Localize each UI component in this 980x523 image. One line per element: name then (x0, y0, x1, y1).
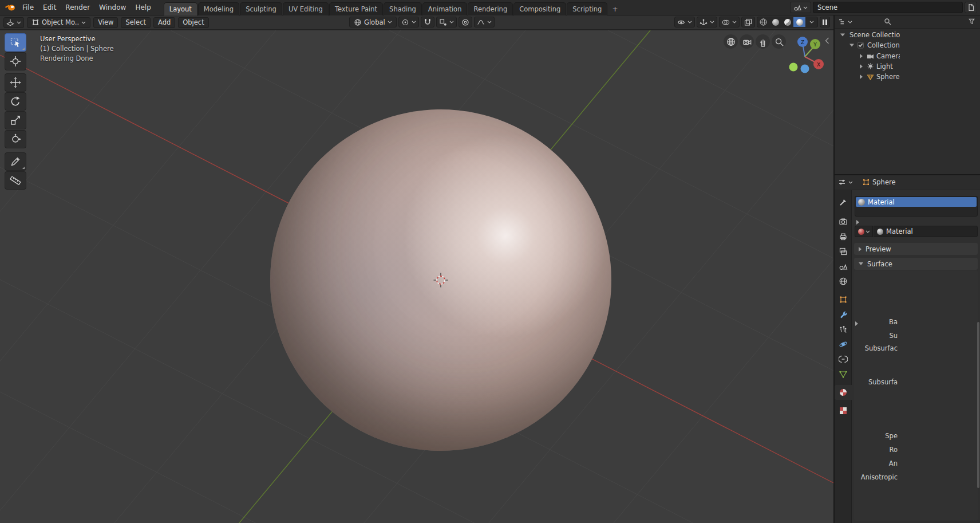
add-menu[interactable]: Add (153, 17, 175, 28)
browse-material-dropdown[interactable] (855, 226, 873, 237)
proportional-editing-toggle[interactable] (459, 17, 472, 27)
scene-browse-dropdown[interactable] (790, 2, 811, 13)
object-types-visibility-dropdown[interactable] (674, 17, 695, 27)
properties-tab-scene[interactable] (835, 259, 852, 274)
menu-window[interactable]: Window (94, 0, 131, 15)
outliner-search-button[interactable] (884, 18, 891, 25)
workspace-tab-sculpting[interactable]: Sculpting (240, 2, 282, 15)
property-label-specular: Spe (852, 431, 898, 441)
shading-solid-button[interactable] (769, 17, 781, 27)
tool-cursor[interactable] (5, 52, 26, 70)
snap-toggle-button[interactable] (421, 17, 434, 27)
disclosure-triangle-icon[interactable] (860, 74, 863, 79)
tool-move[interactable] (5, 73, 26, 92)
outliner-item-scene-collection[interactable]: Scene Collection (835, 30, 900, 40)
properties-tab-view-layer[interactable] (835, 244, 852, 259)
properties-tab-render[interactable] (835, 214, 852, 229)
surface-panel-label: Surface (867, 260, 892, 268)
workspace-tab-compositing[interactable]: Compositing (513, 2, 566, 15)
properties-tab-object-data[interactable] (835, 367, 852, 382)
3d-viewport[interactable]: User Perspective (1) Collection | Sphere… (0, 30, 833, 523)
workspace-tab-rendering[interactable]: Rendering (468, 2, 513, 15)
disclosure-triangle-icon[interactable] (860, 54, 863, 58)
menu-file[interactable]: File (18, 0, 38, 15)
menu-edit[interactable]: Edit (38, 0, 61, 15)
material-slot-row[interactable]: Material (856, 197, 977, 207)
pivot-point-dropdown[interactable] (398, 17, 419, 27)
shading-settings-dropdown[interactable] (805, 17, 817, 27)
menu-render[interactable]: Render (61, 0, 94, 15)
pause-render-button[interactable] (820, 17, 830, 27)
tool-measure[interactable] (5, 171, 26, 190)
workspace-tab-modeling[interactable]: Modeling (198, 2, 239, 15)
camera-view-button[interactable] (740, 34, 754, 49)
editor-type-dropdown[interactable] (3, 17, 24, 28)
workspace-tab-shading[interactable]: Shading (384, 2, 422, 15)
tool-annotate[interactable] (5, 152, 26, 171)
tool-scale[interactable] (5, 111, 26, 129)
new-scene-button[interactable] (965, 2, 977, 13)
properties-editor-dropdown[interactable] (838, 178, 853, 186)
view-menu[interactable]: View (93, 17, 118, 28)
transform-orientation-dropdown[interactable]: Global (349, 17, 397, 27)
properties-body: Material Material (835, 190, 980, 523)
outliner-editor-dropdown[interactable] (838, 18, 852, 26)
gizmo-z-negative-axis[interactable] (801, 65, 809, 73)
material-name-field[interactable]: Material (874, 226, 978, 237)
pan-view-button[interactable] (756, 34, 770, 49)
properties-tab-physics[interactable] (835, 337, 852, 352)
properties-tab-particles[interactable] (835, 322, 852, 337)
object-menu[interactable]: Object (178, 17, 208, 28)
blender-logo-icon[interactable] (5, 3, 16, 12)
overlays-dropdown[interactable] (719, 17, 740, 27)
outliner-item-light[interactable]: Light (835, 61, 900, 72)
material-slot-expander[interactable] (856, 218, 859, 226)
xray-toggle-button[interactable] (741, 17, 755, 27)
disclosure-triangle-icon[interactable] (840, 34, 845, 37)
gizmo-y-negative-axis[interactable] (789, 63, 798, 72)
preview-panel-header[interactable]: Preview (854, 243, 978, 255)
properties-tab-tool[interactable] (835, 195, 852, 210)
surface-panel-header[interactable]: Surface (854, 258, 978, 270)
select-menu[interactable]: Select (121, 17, 150, 28)
properties-scrollbar[interactable] (977, 322, 979, 488)
outliner-panel: Scene Collection Collection Camera (835, 15, 980, 174)
outliner-filter-button[interactable] (968, 18, 975, 25)
outliner-item-collection[interactable]: Collection (835, 40, 900, 50)
snap-settings-dropdown[interactable] (436, 17, 457, 27)
sidebar-collapse-arrow[interactable] (825, 37, 829, 44)
properties-tab-output[interactable] (835, 229, 852, 244)
shading-material-button[interactable] (781, 17, 793, 27)
workspace-tab-scripting[interactable]: Scripting (567, 2, 607, 15)
collection-checkbox[interactable] (858, 42, 864, 49)
properties-tab-object[interactable] (835, 292, 852, 307)
workspace-tab-uv-editing[interactable]: UV Editing (283, 2, 329, 15)
properties-tab-world[interactable] (835, 274, 852, 289)
gizmos-dropdown[interactable] (697, 17, 717, 27)
mode-dropdown[interactable]: Object Mo.. (27, 17, 90, 28)
shading-rendered-button[interactable] (793, 17, 805, 27)
outliner-item-sphere[interactable]: Sphere (835, 72, 900, 82)
properties-tab-constraints[interactable] (835, 352, 852, 367)
add-workspace-tab-button[interactable]: + (608, 3, 622, 15)
tool-transform[interactable] (5, 130, 26, 148)
workspace-tab-animation[interactable]: Animation (422, 2, 468, 15)
workspace-tab-layout[interactable]: Layout (164, 2, 197, 15)
outliner-item-camera[interactable]: Camera (835, 51, 900, 61)
material-browse-icon (858, 229, 864, 235)
menu-help[interactable]: Help (131, 0, 155, 15)
workspace-tab-texture-paint[interactable]: Texture Paint (329, 2, 383, 15)
tool-select-box[interactable] (5, 33, 26, 52)
scale-icon (10, 115, 21, 126)
properties-tab-material[interactable] (835, 385, 852, 400)
scene-name-field[interactable]: Scene (813, 2, 963, 13)
shading-wireframe-button[interactable] (757, 17, 769, 27)
navigation-gizmo[interactable]: Z Y X (782, 32, 827, 74)
disclosure-triangle-icon[interactable] (849, 44, 854, 47)
tool-rotate[interactable] (5, 92, 26, 111)
toggle-perspective-button[interactable] (724, 34, 738, 49)
disclosure-triangle-icon[interactable] (860, 64, 863, 69)
properties-tab-texture[interactable] (835, 403, 852, 418)
properties-tab-modifiers[interactable] (835, 307, 852, 322)
proportional-falloff-dropdown[interactable] (474, 17, 495, 27)
